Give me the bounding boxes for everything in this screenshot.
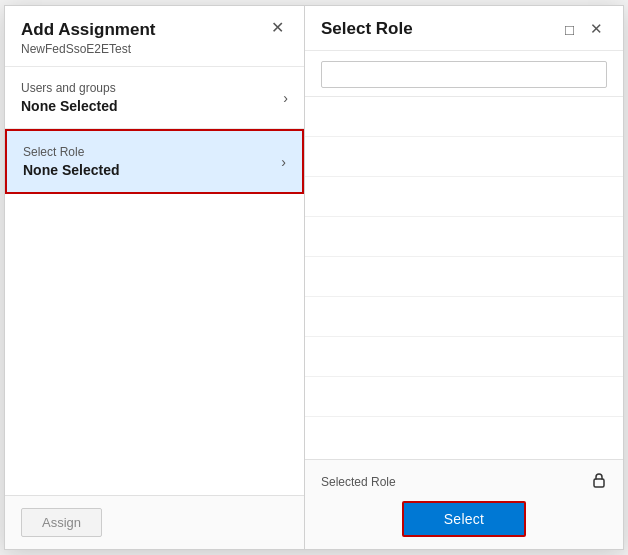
right-header-icons: □ ✕ xyxy=(561,18,607,40)
list-item[interactable] xyxy=(305,297,623,337)
search-input[interactable] xyxy=(321,61,607,88)
users-and-groups-info: Users and groups None Selected xyxy=(21,81,117,114)
users-and-groups-row[interactable]: Users and groups None Selected › xyxy=(5,67,304,129)
select-role-row[interactable]: Select Role None Selected › xyxy=(5,129,304,194)
right-footer: Selected Role Select xyxy=(305,460,623,549)
svg-rect-2 xyxy=(594,479,604,487)
left-footer: Assign xyxy=(5,495,304,549)
users-and-groups-label: Users and groups xyxy=(21,81,117,95)
right-panel-title: Select Role xyxy=(321,19,413,39)
selected-role-label-text: Selected Role xyxy=(321,475,396,489)
list-item[interactable] xyxy=(305,137,623,177)
right-search-area xyxy=(305,51,623,97)
users-and-groups-value: None Selected xyxy=(21,98,117,114)
right-header: Select Role □ ✕ xyxy=(305,6,623,51)
empty-list-rows xyxy=(305,97,623,417)
right-list xyxy=(305,97,623,460)
search-wrapper xyxy=(321,61,607,88)
left-content: Users and groups None Selected › Select … xyxy=(5,67,304,495)
close-right-icon[interactable]: ✕ xyxy=(586,18,607,40)
minimize-icon[interactable]: □ xyxy=(561,19,578,40)
left-header: Add Assignment NewFedSsoE2ETest ✕ xyxy=(5,6,304,67)
close-left-icon[interactable]: ✕ xyxy=(267,20,288,36)
left-panel-subtitle: NewFedSsoE2ETest xyxy=(21,42,155,56)
lock-icon xyxy=(591,472,607,491)
assign-button[interactable]: Assign xyxy=(21,508,102,537)
list-item[interactable] xyxy=(305,177,623,217)
select-button[interactable]: Select xyxy=(402,501,527,537)
list-item[interactable] xyxy=(305,257,623,297)
users-and-groups-chevron-icon: › xyxy=(283,90,288,106)
list-item[interactable] xyxy=(305,337,623,377)
left-panel-title: Add Assignment xyxy=(21,20,155,40)
select-role-info: Select Role None Selected xyxy=(23,145,119,178)
select-role-value: None Selected xyxy=(23,162,119,178)
selected-role-section: Selected Role xyxy=(321,472,607,491)
select-role-label: Select Role xyxy=(23,145,119,159)
list-item[interactable] xyxy=(305,217,623,257)
right-footer-actions: Select xyxy=(321,501,607,537)
dialog-wrapper: Add Assignment NewFedSsoE2ETest ✕ Users … xyxy=(4,5,624,550)
right-panel: Select Role □ ✕ xyxy=(305,6,623,549)
left-header-text: Add Assignment NewFedSsoE2ETest xyxy=(21,20,155,56)
list-item[interactable] xyxy=(305,377,623,417)
select-role-chevron-icon: › xyxy=(281,154,286,170)
left-panel: Add Assignment NewFedSsoE2ETest ✕ Users … xyxy=(5,6,305,549)
list-item[interactable] xyxy=(305,97,623,137)
